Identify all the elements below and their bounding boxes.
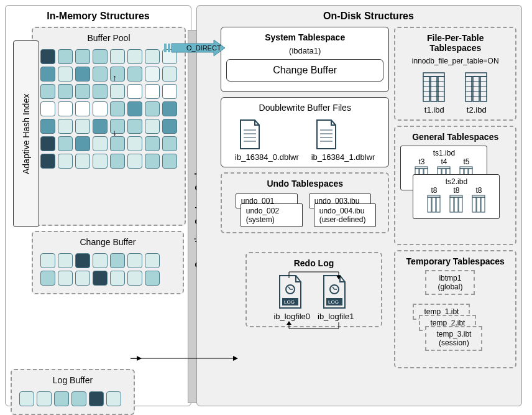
change-buffer-title: Change Buffer: [38, 237, 178, 247]
buffer-pool: Buffer Pool ↑ ↓: [32, 27, 186, 226]
svg-rect-50: [459, 197, 462, 212]
svg-rect-54: [481, 197, 485, 212]
log-buffer: Log Buffer: [11, 369, 135, 415]
o-direct-label: O_DIRECT: [186, 44, 221, 52]
temp-title: Temporary Tablespaces: [400, 256, 510, 266]
database-icon: [464, 72, 489, 103]
general-tablespaces: General Tablespaces ts1.ibd t3 t4 t5 ts2…: [394, 126, 516, 245]
svg-text:LOG: LOG: [284, 299, 295, 305]
up-arrow-icon: ↑: [112, 73, 117, 83]
log-buffer-grid: [17, 389, 129, 409]
temporary-tablespaces: Temporary Tablespaces ibtmp1 (global) te…: [394, 250, 516, 368]
ibtmp1: ibtmp1 (global): [425, 270, 475, 295]
adaptive-hash-index: Adaptive Hash Index: [13, 40, 39, 227]
o-direct-arrow: O_DIRECT: [164, 39, 226, 60]
arrow-icon: [131, 352, 143, 365]
svg-rect-27: [466, 73, 487, 77]
t2-ibd: t2.ibd: [462, 105, 492, 114]
database-icon: [471, 195, 486, 213]
svg-rect-52: [472, 197, 476, 212]
t1-ibd: t1.ibd: [420, 105, 449, 114]
file-icon: [314, 119, 339, 150]
temp-3: temp_3.ibt (session): [425, 326, 482, 351]
svg-rect-45: [432, 197, 436, 212]
buffer-pool-title: Buffer Pool: [38, 33, 180, 43]
svg-rect-35: [415, 167, 428, 169]
change-buffer-disk: Change Buffer: [226, 59, 383, 82]
undo-title: Undo Tablespaces: [227, 179, 383, 189]
down-arrow-icon: ↓: [112, 128, 117, 138]
svg-text:LOG: LOG: [328, 299, 339, 305]
system-tablespace-title: System Tablespace: [226, 32, 383, 42]
gen-ts-title: General Tablespaces: [400, 132, 510, 142]
file-per-table: File-Per-Table Tablespaces innodb_file_p…: [394, 27, 516, 121]
svg-rect-24: [466, 77, 472, 101]
in-memory-section: In-Memory Structures Adaptive Hash Index…: [5, 5, 191, 406]
on-disk-section: On-Disk Structures System Tablespace (ib…: [196, 5, 522, 406]
svg-rect-44: [428, 197, 431, 212]
svg-rect-16: [423, 77, 429, 101]
svg-rect-53: [477, 197, 480, 212]
dblwr-file-0: ib_16384_0.dblwr: [235, 152, 299, 162]
svg-rect-46: [436, 197, 440, 212]
svg-rect-55: [472, 195, 485, 197]
undo-tablespaces: Undo Tablespaces undo_001 undo_002 (syst…: [221, 172, 389, 233]
doublewrite-title: Doublewrite Buffer Files: [226, 103, 383, 113]
redo-title: Redo Log: [252, 258, 376, 268]
undo-002: undo_002 (system): [241, 203, 303, 227]
svg-rect-48: [450, 197, 454, 212]
svg-rect-1: [168, 44, 170, 52]
svg-rect-51: [450, 195, 462, 197]
redo-log: Redo Log LOG ib_logfile0: [245, 252, 382, 327]
svg-rect-47: [428, 195, 440, 197]
redo-file-0: ib_logfile0: [273, 312, 310, 321]
svg-rect-25: [473, 77, 479, 101]
database-icon: [426, 195, 441, 213]
on-disk-title: On-Disk Structures: [221, 11, 516, 22]
file-icon: [237, 119, 262, 150]
ts2-name: ts2.ibd: [416, 177, 497, 186]
system-tablespace: System Tablespace (ibdata1) Change Buffe…: [221, 27, 389, 92]
database-icon: [422, 72, 447, 103]
svg-rect-19: [423, 73, 444, 77]
change-buffer-grid: [38, 251, 178, 288]
svg-rect-43: [460, 167, 472, 169]
svg-rect-26: [480, 77, 487, 101]
buffer-pool-grid: ↑ ↓: [38, 47, 180, 171]
redo-file-1: ib_logfile1: [318, 312, 354, 321]
svg-rect-17: [431, 77, 437, 101]
arrow-icon: [131, 352, 242, 365]
change-buffer-memory: Change Buffer: [32, 231, 184, 294]
fpt-config: innodb_file_per_table=ON: [400, 57, 510, 65]
ts1-name: ts1.ibd: [403, 149, 484, 157]
undo-004: undo_004.ibu (user-defined): [314, 203, 376, 227]
svg-rect-0: [164, 44, 167, 52]
in-memory-title: In-Memory Structures: [11, 11, 186, 22]
svg-rect-49: [454, 197, 458, 212]
svg-rect-39: [438, 167, 450, 169]
system-tablespace-subtitle: (ibdata1): [226, 46, 383, 55]
log-buffer-title: Log Buffer: [17, 375, 129, 385]
svg-rect-18: [438, 77, 444, 101]
dblwr-file-1: ib_16384_1.dblwr: [311, 152, 375, 162]
database-icon: [449, 195, 464, 213]
doublewrite-buffer: Doublewrite Buffer Files ib_16384_0.dblw…: [221, 97, 389, 167]
fpt-title: File-Per-Table Tablespaces: [400, 33, 510, 53]
